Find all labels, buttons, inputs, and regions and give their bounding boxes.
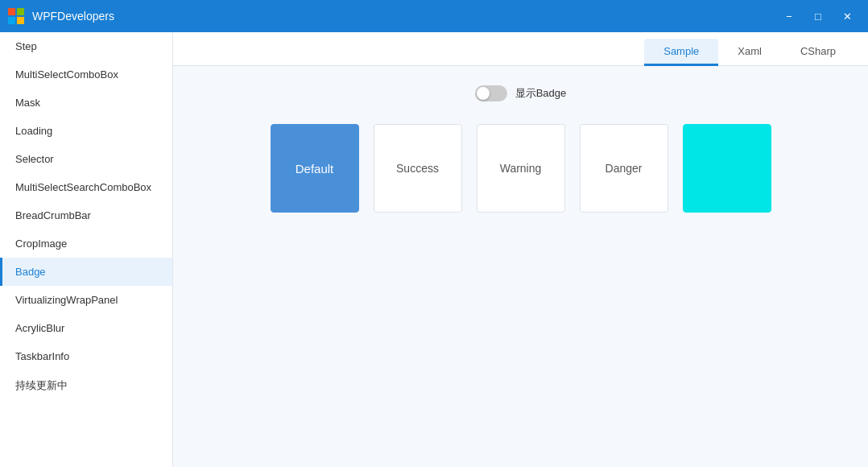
toggle-knob bbox=[477, 87, 490, 100]
sidebar-item-loading[interactable]: Loading bbox=[0, 117, 172, 145]
badge-card-danger[interactable]: Danger bbox=[580, 124, 668, 213]
svg-rect-3 bbox=[17, 17, 24, 24]
minimize-button[interactable]: − bbox=[775, 4, 804, 28]
sidebar-item-multiselectsearchcombobox[interactable]: MultiSelectSearchComboBox bbox=[0, 173, 172, 201]
sidebar-item-mask[interactable]: Mask bbox=[0, 89, 172, 117]
svg-rect-2 bbox=[8, 17, 15, 24]
main-layout: StepMultiSelectComboBoxMaskLoadingSelect… bbox=[0, 32, 868, 467]
tabs-bar: SampleXamlCSharp bbox=[173, 32, 868, 66]
sidebar: StepMultiSelectComboBoxMaskLoadingSelect… bbox=[0, 32, 173, 467]
title-bar-controls: − □ ✕ bbox=[775, 4, 862, 28]
tab-csharp[interactable]: CSharp bbox=[781, 39, 855, 66]
toggle-row: 显示Badge bbox=[199, 85, 842, 101]
svg-rect-0 bbox=[8, 8, 15, 15]
badge-card-success[interactable]: Success bbox=[374, 124, 462, 213]
show-badge-toggle[interactable] bbox=[475, 85, 507, 101]
badge-card-default[interactable]: Default bbox=[271, 124, 359, 213]
sidebar-item-virtualizingwrappanel[interactable]: VirtualizingWrapPanel bbox=[0, 286, 172, 314]
badge-card-warning[interactable]: Warning bbox=[477, 124, 565, 213]
sample-content: 显示Badge DefaultSuccessWarningDanger bbox=[173, 66, 868, 467]
svg-rect-1 bbox=[17, 8, 24, 15]
app-logo-icon bbox=[6, 6, 26, 26]
sidebar-item-multiselect-combobox[interactable]: MultiSelectComboBox bbox=[0, 60, 172, 89]
sidebar-item-step[interactable]: Step bbox=[0, 32, 172, 60]
title-bar-left: WPFDevelopers bbox=[6, 6, 114, 26]
badge-card-cyan[interactable] bbox=[683, 124, 771, 213]
tab-sample[interactable]: Sample bbox=[644, 39, 718, 66]
cards-row: DefaultSuccessWarningDanger bbox=[199, 124, 842, 213]
toggle-label: 显示Badge bbox=[515, 86, 567, 101]
sidebar-item-breadcrumbbar[interactable]: BreadCrumbBar bbox=[0, 201, 172, 229]
sidebar-item-acrylicblur[interactable]: AcrylicBlur bbox=[0, 314, 172, 342]
sidebar-item-updating[interactable]: 持续更新中 bbox=[0, 370, 172, 401]
sidebar-item-badge[interactable]: Badge bbox=[0, 258, 172, 286]
sidebar-item-taskbarinfo[interactable]: TaskbarInfo bbox=[0, 342, 172, 370]
maximize-button[interactable]: □ bbox=[804, 4, 833, 28]
sidebar-item-cropimage[interactable]: CropImage bbox=[0, 229, 172, 258]
app-title: WPFDevelopers bbox=[32, 10, 114, 23]
content-area: SampleXamlCSharp 显示Badge DefaultSuccessW… bbox=[173, 32, 868, 467]
close-button[interactable]: ✕ bbox=[833, 4, 862, 28]
title-bar: WPFDevelopers − □ ✕ bbox=[0, 0, 868, 32]
sidebar-item-selector[interactable]: Selector bbox=[0, 145, 172, 173]
tab-xaml[interactable]: Xaml bbox=[718, 39, 781, 66]
